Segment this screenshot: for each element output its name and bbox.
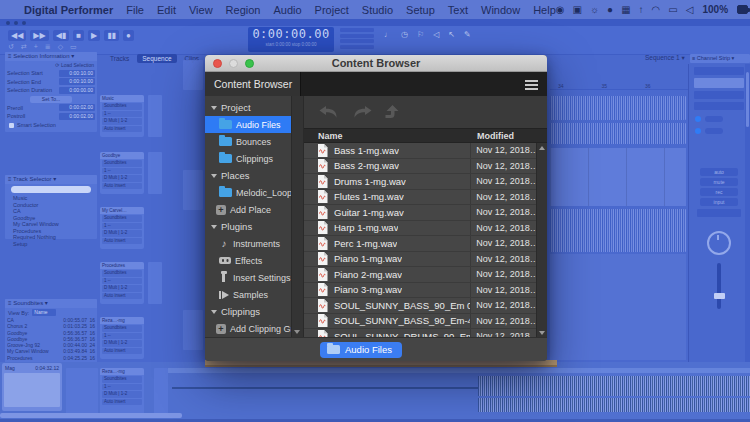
track-header-block-music[interactable]: MusicSoundbites1 --D Mult | 1-2Auto inse… — [100, 95, 144, 137]
main-counter[interactable]: 0:00:00.00 start 0:00:00 stop 0:00:00 — [248, 27, 334, 52]
tool-icon-4[interactable]: ↖ — [448, 30, 455, 39]
file-row-guitar-1-mg-wav[interactable]: Guitar 1-mg.wavNov 12, 2018… — [304, 205, 537, 221]
load-selection-button[interactable]: ⟳ Load Selection — [5, 61, 97, 69]
channel-strip-plugin[interactable] — [694, 78, 744, 88]
file-row-harp-1-mg-wav[interactable]: Harp 1-mg.wavNov 12, 2018… — [304, 221, 537, 237]
track-setting[interactable]: Auto insert — [102, 293, 142, 300]
menu-region[interactable]: Region — [226, 4, 261, 16]
transport-small-1[interactable]: ⇄ — [21, 43, 27, 51]
dp-zoom-button[interactable] — [22, 21, 26, 25]
clock-settings-stack[interactable] — [340, 28, 374, 50]
midi-grid-track[interactable] — [550, 148, 686, 206]
track-setting[interactable]: Soundbites — [102, 270, 142, 277]
transport-button-4[interactable]: ▶ — [88, 30, 100, 41]
quiet-waveform[interactable] — [172, 387, 478, 389]
track-setting[interactable]: Auto insert — [102, 126, 142, 133]
menu-help[interactable]: Help — [533, 4, 556, 16]
transport-button-5[interactable]: ▮▮ — [104, 30, 119, 41]
track-setting[interactable]: Auto insert — [102, 399, 142, 406]
track-search-input[interactable] — [11, 186, 91, 193]
forward-button[interactable] — [351, 105, 373, 119]
waveform-track[interactable] — [550, 123, 686, 144]
dense-waveform[interactable] — [478, 398, 750, 412]
track-setting[interactable]: D Mult | 1-2 — [102, 230, 142, 237]
box-icon[interactable]: ▣ — [572, 4, 581, 15]
sidebar-item-samples[interactable]: Samples — [205, 286, 291, 303]
up-folder-button[interactable] — [384, 105, 399, 119]
track-setting[interactable]: 1 -- — [102, 278, 142, 285]
file-row-soul-sunny-bass-90-em-0-9[interactable]: SOUL_SUNNY_BASS_90_Em 0.9…Nov 12, 2018… — [304, 298, 537, 314]
track-setting[interactable]: Soundbites — [102, 376, 142, 383]
smart-selection-toggle[interactable]: Smart Selection — [5, 121, 97, 130]
sidebar-section-clippings[interactable]: Clippings — [205, 303, 291, 320]
sidebar-section-project[interactable]: Project — [205, 99, 291, 116]
sidebar-item-clippings[interactable]: Clippings — [205, 150, 291, 167]
tool-icon-5[interactable]: ✎ — [464, 30, 471, 39]
menu-setup[interactable]: Setup — [406, 4, 435, 16]
timeline-ruler[interactable]: 34353637 — [550, 78, 702, 90]
tan-audio-clip[interactable] — [205, 360, 557, 367]
display-icon[interactable]: ▭ — [668, 4, 677, 15]
transport-small-2[interactable]: + — [34, 43, 38, 51]
tool-icon-0[interactable]: ♩ — [384, 30, 392, 39]
channel-button-rec[interactable]: rec — [700, 188, 738, 196]
menu-studio[interactable]: Studio — [362, 4, 393, 16]
file-row-bass-2-mg-wav[interactable]: Bass 2-mg.wavNov 12, 2018… — [304, 159, 537, 175]
grid-icon[interactable]: ▦ — [621, 4, 630, 15]
channel-button-input[interactable]: input — [700, 198, 738, 206]
track-setting[interactable]: 1 -- — [102, 384, 142, 391]
volume-icon[interactable]: ◁ — [686, 4, 694, 15]
file-row-piano-2-mg-wav[interactable]: Piano 2-mg.wavNov 12, 2018… — [304, 267, 537, 283]
transport-button-2[interactable]: ◀▮ — [53, 30, 70, 41]
sidebar-item-melodic-loops[interactable]: Melodic_Loops — [205, 184, 291, 201]
track-setting[interactable]: D Mult | 1-2 — [102, 118, 142, 125]
track-setting[interactable]: Auto insert — [102, 348, 142, 355]
set-to-button[interactable]: Set To... — [30, 96, 72, 103]
sidebar-item-add-clipping-group[interactable]: +Add Clipping Group — [205, 320, 291, 337]
list-scrollbar[interactable] — [536, 143, 547, 338]
field-value[interactable]: 0:00:02.00 — [59, 104, 95, 111]
wifi-icon[interactable]: ◠ — [652, 4, 661, 15]
track-setting[interactable]: Soundbites — [102, 325, 142, 332]
sidebar-item-instruments[interactable]: ♪Instruments — [205, 235, 291, 252]
smart-selection-checkbox[interactable] — [9, 123, 14, 128]
channel-strip-slot[interactable] — [694, 67, 744, 75]
transport-small-0[interactable]: ↺ — [8, 43, 14, 51]
field-value[interactable]: 0:00:10.00 — [59, 70, 95, 77]
file-row-piano-1-mg-wav[interactable]: Piano 1-mg.wavNov 12, 2018… — [304, 252, 537, 268]
field-value[interactable]: 0:00:10.00 — [59, 78, 95, 85]
track-header-block-goodbye[interactable]: GoodbyeSoundbites1 --D Mult | 1-2Auto in… — [100, 152, 144, 194]
sidebar-item-effects[interactable]: Effects — [205, 252, 291, 269]
bottom-ruler[interactable] — [168, 368, 750, 373]
dp-tab-tracks[interactable]: Tracks — [110, 55, 129, 62]
view-by-select[interactable]: Name — [32, 309, 55, 316]
menu-file[interactable]: File — [126, 4, 144, 16]
path-button-audio-files[interactable]: Audio Files — [320, 342, 402, 358]
menu-project[interactable]: Project — [315, 4, 349, 16]
waveform-track[interactable] — [550, 209, 686, 252]
column-header-modified[interactable]: Modified — [471, 131, 538, 141]
channel-button-auto[interactable]: auto — [700, 168, 738, 176]
track-setting[interactable]: D Mult | 1-2 — [102, 285, 142, 292]
back-button[interactable] — [318, 105, 340, 119]
channel-toggle[interactable] — [695, 116, 749, 122]
track-setting[interactable]: Soundbites — [102, 103, 142, 110]
transport-small-3[interactable]: ≣ — [45, 43, 51, 51]
menu-audio[interactable]: Audio — [273, 4, 301, 16]
gear-icon[interactable]: ☼ — [590, 4, 599, 15]
dp-minimize-button[interactable] — [14, 21, 18, 25]
track-header-block-reza-mg[interactable]: Reza…-mgSoundbites1 --D Mult | 1-2Auto i… — [100, 317, 144, 359]
transport-button-0[interactable]: ◀◀ — [8, 30, 26, 41]
track-setting[interactable]: D Mult | 1-2 — [102, 340, 142, 347]
target-icon[interactable]: ◉ — [556, 4, 565, 15]
tool-icon-3[interactable]: ◁ — [433, 30, 439, 39]
transport-small-5[interactable]: ▭ — [70, 43, 77, 51]
menu-text[interactable]: Text — [448, 4, 468, 16]
transport-button-3[interactable]: ■ — [73, 30, 84, 41]
output-select[interactable] — [697, 209, 741, 217]
sidebar-item-audio-files[interactable]: Audio Files — [205, 116, 291, 133]
file-row-drums-1-mg-wav[interactable]: Drums 1-mg.wavNov 12, 2018… — [304, 174, 537, 190]
file-row-piano-3-mg-wav[interactable]: Piano 3-mg.wavNov 12, 2018… — [304, 283, 537, 299]
track-selector-item-setup[interactable]: Setup — [5, 241, 97, 248]
track-setting[interactable]: Soundbites — [102, 215, 142, 222]
